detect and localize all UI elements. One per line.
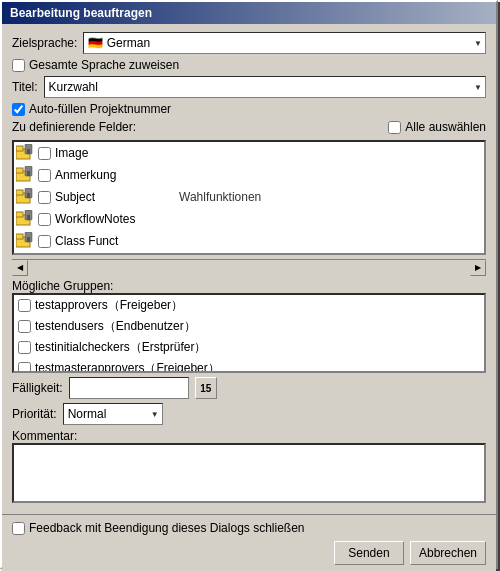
language-label: Zielsprache: (12, 36, 77, 50)
field-row: Image (14, 142, 484, 164)
priority-label: Priorität: (12, 407, 57, 421)
svg-rect-3 (27, 149, 30, 154)
priority-select-wrapper[interactable]: Normal Hoch Niedrig (63, 403, 163, 425)
fields-list-container[interactable]: Image Anmerkung (12, 140, 486, 255)
due-date-input[interactable] (69, 377, 189, 399)
group-checkbox-testmasterapprovers[interactable] (18, 362, 31, 373)
group-item: testinitialcheckers（Erstprüfer） (14, 337, 484, 358)
group-checkbox-testendusers[interactable] (18, 320, 31, 333)
title-row: Titel: Kurzwahl (12, 76, 486, 98)
cancel-button[interactable]: Abbrechen (410, 541, 486, 565)
svg-rect-11 (27, 193, 30, 198)
group-item: testapprovers（Freigeber） (14, 295, 484, 316)
language-select-wrapper[interactable]: 🇩🇪 German (83, 32, 486, 54)
priority-row: Priorität: Normal Hoch Niedrig (12, 403, 486, 425)
svg-rect-5 (16, 168, 23, 173)
assign-language-row: Gesamte Sprache zuweisen (12, 58, 486, 72)
all-select-row: Alle auswählen (388, 120, 486, 134)
lock-folder-icon (16, 144, 34, 163)
field-checkbox-classfunct[interactable] (38, 235, 51, 248)
field-row: Subject Wahlfunktionen (14, 186, 484, 208)
field-checkbox-workflownotes[interactable] (38, 213, 51, 226)
title-select[interactable]: Kurzwahl (44, 76, 486, 98)
all-select-label: Alle auswählen (405, 120, 486, 134)
title-bar: Bearbeitung beauftragen (2, 2, 496, 24)
footer-checkbox-row: Feedback mit Beendigung dieses Dialogs s… (12, 521, 486, 535)
calendar-label: 15 (200, 383, 211, 394)
group-label-testmasterapprovers: testmasterapprovers（Freigeber） (35, 360, 220, 373)
field-name-anmerkung: Anmerkung (55, 168, 175, 182)
hscroll-right-arrow[interactable]: ▶ (470, 260, 486, 276)
language-select[interactable]: 🇩🇪 German (83, 32, 486, 54)
hscroll-track (28, 260, 470, 275)
group-label-testendusers: testendusers（Endbenutzer） (35, 318, 196, 335)
fields-container: Image Anmerkung (12, 140, 486, 255)
comment-label: Kommentar: (12, 429, 77, 443)
auto-fill-checkbox[interactable] (12, 103, 25, 116)
svg-rect-9 (16, 190, 23, 195)
assign-language-checkbox[interactable] (12, 59, 25, 72)
field-checkbox-subject[interactable] (38, 191, 51, 204)
language-row: Zielsprache: 🇩🇪 German (12, 32, 486, 54)
group-item: testmasterapprovers（Freigeber） (14, 358, 484, 373)
field-checkbox-image[interactable] (38, 147, 51, 160)
assign-language-label: Gesamte Sprache zuweisen (29, 58, 179, 72)
fields-header: Zu definierende Felder: Alle auswählen (12, 120, 486, 134)
lock-folder-icon (16, 166, 34, 185)
due-date-label: Fälligkeit: (12, 381, 63, 395)
fields-hscrollbar[interactable]: ◀ ▶ (12, 259, 486, 275)
main-dialog: Bearbeitung beauftragen Zielsprache: 🇩🇪 … (0, 0, 498, 569)
svg-rect-15 (27, 215, 30, 220)
groups-label: Mögliche Gruppen: (12, 279, 113, 293)
comment-section: Kommentar: (12, 429, 486, 506)
priority-select[interactable]: Normal Hoch Niedrig (63, 403, 163, 425)
lock-folder-icon (16, 232, 34, 251)
send-button[interactable]: Senden (334, 541, 404, 565)
field-name-workflownotes: WorkflowNotes (55, 212, 175, 226)
auto-fill-row: Auto-füllen Projektnummer (12, 102, 486, 116)
svg-rect-13 (16, 212, 23, 217)
fields-label: Zu definierende Felder: (12, 120, 136, 134)
comment-textarea[interactable] (12, 443, 486, 503)
field-row: WorkflowNotes (14, 208, 484, 230)
calendar-button[interactable]: 15 (195, 377, 217, 399)
feedback-checkbox[interactable] (12, 522, 25, 535)
group-checkbox-testinitialcheckers[interactable] (18, 341, 31, 354)
field-checkbox-anmerkung[interactable] (38, 169, 51, 182)
feedback-label: Feedback mit Beendigung dieses Dialogs s… (29, 521, 305, 535)
field-row: Class Funct (14, 230, 484, 252)
group-label-testapprovers: testapprovers（Freigeber） (35, 297, 183, 314)
group-checkbox-testapprovers[interactable] (18, 299, 31, 312)
dialog-title: Bearbeitung beauftragen (10, 6, 152, 20)
lock-folder-icon (16, 188, 34, 207)
group-item: testendusers（Endbenutzer） (14, 316, 484, 337)
group-label-testinitialcheckers: testinitialcheckers（Erstprüfer） (35, 339, 206, 356)
field-name-image: Image (55, 146, 175, 160)
field-value-subject: Wahlfunktionen (179, 190, 261, 204)
fields-list: Image Anmerkung (14, 142, 484, 252)
svg-rect-1 (16, 146, 23, 151)
groups-section: Mögliche Gruppen: testapprovers（Freigebe… (12, 279, 486, 373)
field-row: Anmerkung (14, 164, 484, 186)
svg-rect-17 (16, 234, 23, 239)
auto-fill-label: Auto-füllen Projektnummer (29, 102, 171, 116)
title-label: Titel: (12, 80, 38, 94)
title-select-wrapper[interactable]: Kurzwahl (44, 76, 486, 98)
all-select-checkbox[interactable] (388, 121, 401, 134)
groups-list-container[interactable]: testapprovers（Freigeber） testendusers（En… (12, 293, 486, 373)
svg-rect-19 (27, 237, 30, 242)
footer-buttons: Senden Abbrechen (12, 541, 486, 565)
footer-section: Feedback mit Beendigung dieses Dialogs s… (2, 514, 496, 571)
field-name-subject: Subject (55, 190, 175, 204)
dialog-body: Zielsprache: 🇩🇪 German Gesamte Sprache z… (2, 24, 496, 514)
field-name-classfunct: Class Funct (55, 234, 175, 248)
hscroll-left-arrow[interactable]: ◀ (12, 260, 28, 276)
lock-folder-icon (16, 210, 34, 229)
due-date-row: Fälligkeit: 15 (12, 377, 486, 399)
svg-rect-7 (27, 171, 30, 176)
